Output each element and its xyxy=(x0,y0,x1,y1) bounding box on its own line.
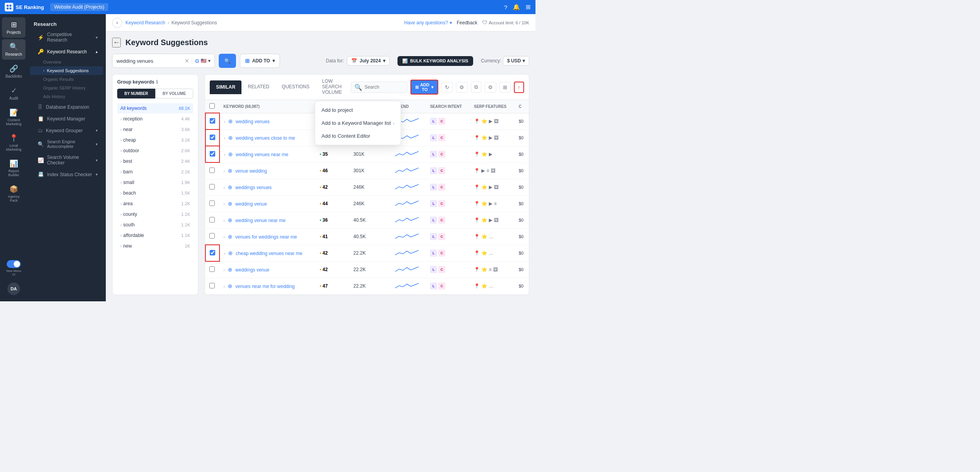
row-checkbox-cell[interactable] xyxy=(205,245,220,261)
collapse-sidebar-btn[interactable]: ‹ xyxy=(112,18,122,28)
tab-related[interactable]: RELATED xyxy=(241,80,275,94)
date-picker-btn[interactable]: 📅 July 2024 ▾ xyxy=(347,56,390,66)
th-serp[interactable]: SERP FEATURES xyxy=(470,100,515,113)
row-checkbox-cell[interactable] xyxy=(205,195,220,212)
group-affordable[interactable]: ›affordable 1.1K xyxy=(117,230,193,241)
row-expand-icon[interactable]: › xyxy=(223,284,225,289)
leftnav-database[interactable]: 🗄 Database Expansion xyxy=(30,101,103,113)
group-county[interactable]: ›county 1.1K xyxy=(117,209,193,219)
keyword-link[interactable]: wedding venues close to me xyxy=(236,135,295,141)
row-expand-icon[interactable]: › xyxy=(224,119,225,124)
add-to-project-item[interactable]: Add to project xyxy=(315,104,401,117)
add-circle-icon[interactable]: ⊕ xyxy=(228,184,232,190)
add-circle-icon[interactable]: ⊕ xyxy=(228,233,232,240)
avatar[interactable]: DA xyxy=(7,282,20,295)
group-outdoor[interactable]: ›outdoor 2.6K xyxy=(117,146,193,156)
add-circle-icon[interactable]: ⊕ xyxy=(228,266,232,273)
group-small[interactable]: ›small 1.9K xyxy=(117,177,193,188)
sidebar-item-agency[interactable]: 📦 Agency Pack xyxy=(2,182,25,206)
keyword-link[interactable]: wedding venues near me xyxy=(236,152,288,157)
row-expand-icon[interactable]: › xyxy=(223,202,225,206)
row-checkbox-cell[interactable] xyxy=(205,278,220,294)
logo[interactable]: SE Ranking xyxy=(5,3,44,11)
search-input[interactable] xyxy=(116,58,182,64)
row-expand-icon[interactable]: › xyxy=(223,169,225,173)
tab-low-volume[interactable]: LOW SEARCH VOLUME xyxy=(316,75,351,100)
leftnav-autocomplete[interactable]: 🔍 Search Engine Autocomplete ▾ xyxy=(30,137,103,151)
keyword-link[interactable]: venue wedding xyxy=(235,168,267,174)
group-south[interactable]: ›south 1.1K xyxy=(117,220,193,230)
group-new[interactable]: ›new 1K xyxy=(117,241,193,251)
select-all-checkbox[interactable] xyxy=(209,103,215,109)
row-checkbox-cell[interactable] xyxy=(205,146,220,162)
table-add-to-btn[interactable]: ⊞ ADD TO ▾ xyxy=(410,80,438,95)
row-expand-icon[interactable]: › xyxy=(223,218,225,223)
row-checkbox[interactable] xyxy=(210,151,215,157)
clear-search-icon[interactable]: ✕ xyxy=(185,58,189,64)
search-flag-selector[interactable]: G 🇺🇸 ▾ xyxy=(192,58,211,64)
table-search-input[interactable] xyxy=(365,84,404,90)
leftnav-organic-serp[interactable]: Organic SERP History xyxy=(30,84,103,92)
by-number-tab[interactable]: BY NUMBER xyxy=(117,89,155,98)
row-checkbox-cell[interactable] xyxy=(205,261,220,278)
row-checkbox[interactable] xyxy=(209,184,215,190)
group-reception[interactable]: ›reception 4.4K xyxy=(117,114,193,124)
keyword-link[interactable]: weddings venue xyxy=(235,267,269,273)
add-circle-icon[interactable]: ⊕ xyxy=(228,118,233,124)
add-circle-icon[interactable]: ⊕ xyxy=(228,250,233,256)
toggle-switch[interactable] xyxy=(7,260,21,268)
row-checkbox[interactable] xyxy=(209,200,215,206)
settings-btn[interactable]: ⚙ xyxy=(456,82,468,93)
row-expand-icon[interactable]: › xyxy=(223,268,225,272)
new-menu-toggle[interactable]: New Menu UI xyxy=(2,257,25,279)
leftnav-organic-results[interactable]: Organic Results xyxy=(30,75,103,84)
keyword-link[interactable]: wedding venues xyxy=(236,119,270,124)
keyword-link[interactable]: venues for weddings near me xyxy=(235,234,297,240)
leftnav-keyword-research[interactable]: 🔑 Keyword Research ▴ xyxy=(30,46,103,57)
row-checkbox[interactable] xyxy=(209,217,215,222)
row-expand-icon[interactable]: › xyxy=(223,235,225,239)
keyword-link[interactable]: venues near me for wedding xyxy=(235,284,294,289)
row-checkbox-cell[interactable] xyxy=(205,162,220,179)
filter-btn[interactable]: ⚙ xyxy=(485,82,496,93)
th-intent[interactable]: SEARCH INTENT xyxy=(426,100,470,113)
leftnav-ads-history[interactable]: Ads History xyxy=(30,92,103,101)
help-icon[interactable]: ? xyxy=(504,4,507,11)
columns-btn[interactable]: ⊞ xyxy=(499,82,511,93)
feedback-btn[interactable]: Feedback xyxy=(457,20,477,26)
grid-icon[interactable]: ⊞ xyxy=(526,4,531,11)
project-label[interactable]: Website Audit (Projects) xyxy=(50,3,108,11)
search-button[interactable]: 🔍 xyxy=(219,54,236,68)
add-circle-icon[interactable]: ⊕ xyxy=(228,200,232,207)
keyword-link[interactable]: wedding venue near me xyxy=(235,218,285,223)
copy-btn[interactable]: ⧉ xyxy=(471,82,481,93)
row-expand-icon[interactable]: › xyxy=(223,185,225,190)
group-barn[interactable]: ›barn 2.1K xyxy=(117,167,193,177)
back-button[interactable]: ← xyxy=(112,38,121,47)
row-checkbox-cell[interactable] xyxy=(205,212,220,228)
add-to-keyword-manager-item[interactable]: Add to a Keyword Manager list › xyxy=(315,117,401,129)
add-circle-icon[interactable]: ⊕ xyxy=(228,135,233,141)
currency-btn[interactable]: $ USD ▾ xyxy=(503,56,529,66)
row-expand-icon[interactable]: › xyxy=(224,251,225,256)
add-circle-icon[interactable]: ⊕ xyxy=(228,168,232,174)
leftnav-keyword-manager[interactable]: 📋 Keyword Manager xyxy=(30,113,103,124)
add-circle-icon[interactable]: ⊕ xyxy=(228,151,233,157)
keyword-link[interactable]: wedding venue xyxy=(235,201,267,207)
bell-icon[interactable]: 🔔 xyxy=(513,4,520,11)
row-checkbox-cell[interactable] xyxy=(205,113,220,129)
group-area[interactable]: ›area 1.2K xyxy=(117,199,193,209)
row-expand-icon[interactable]: › xyxy=(224,136,225,140)
sidebar-item-backlinks[interactable]: 🔗 Backlinks xyxy=(2,61,25,82)
group-cheap[interactable]: ›cheap 3.1K xyxy=(117,135,193,145)
sidebar-item-content[interactable]: 📝 Content Marketing xyxy=(2,105,25,129)
leftnav-index[interactable]: 📇 Index Status Checker ▾ xyxy=(30,169,103,180)
row-checkbox[interactable] xyxy=(209,266,215,272)
row-checkbox[interactable] xyxy=(210,135,215,140)
th-cost[interactable]: C xyxy=(515,100,529,113)
th-keyword[interactable]: KEYWORD (68,087) xyxy=(220,100,316,113)
add-to-content-editor-item[interactable]: Add to Content Editor xyxy=(315,129,401,142)
group-beach[interactable]: ›beach 1.5K xyxy=(117,188,193,198)
leftnav-keyword-suggestions[interactable]: Keyword Suggestions xyxy=(30,66,103,75)
add-circle-icon[interactable]: ⊕ xyxy=(228,217,232,223)
